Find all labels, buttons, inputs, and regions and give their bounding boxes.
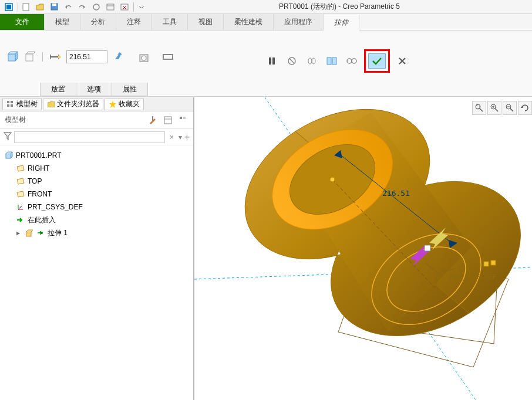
separator <box>42 52 43 62</box>
remove-material-icon[interactable] <box>137 49 152 65</box>
svg-point-27 <box>352 59 356 63</box>
svg-rect-8 <box>121 4 128 10</box>
svg-point-26 <box>347 59 352 63</box>
feature-status-icon <box>36 229 45 237</box>
tree-node-extrude1[interactable]: ▸ 拉伸 1 <box>2 226 191 239</box>
window-title: PRT0001 (活动的) - Creo Parametric 5 <box>149 2 530 12</box>
tree-node-label: 在此插入 <box>28 215 56 225</box>
navtab-folder-browser[interactable]: 文件夹浏览器 <box>43 99 103 110</box>
cancel-button[interactable] <box>395 53 410 69</box>
flip-icon[interactable] <box>111 49 126 65</box>
tab-view[interactable]: 视图 <box>188 14 224 30</box>
plane-icon <box>16 190 25 198</box>
depth-type-icon[interactable] <box>48 49 63 65</box>
svg-rect-9 <box>8 54 15 61</box>
svg-point-16 <box>142 56 146 60</box>
tab-analysis[interactable]: 分析 <box>80 14 116 30</box>
preview-unattached-icon[interactable] <box>344 53 359 69</box>
tree-node-label: 拉伸 1 <box>48 228 68 238</box>
svg-line-40 <box>18 206 22 209</box>
pause-icon[interactable] <box>264 53 280 69</box>
open-icon[interactable] <box>33 1 46 13</box>
filter-clear-icon[interactable]: × <box>167 133 176 141</box>
tab-extrude[interactable]: 拉伸 <box>324 15 359 30</box>
separator <box>133 2 134 12</box>
svg-rect-28 <box>7 101 9 103</box>
thicken-icon[interactable] <box>160 49 176 65</box>
svg-rect-63 <box>425 245 430 251</box>
tree-node-right[interactable]: RIGHT <box>2 162 191 175</box>
navtab-label: 模型树 <box>16 99 38 109</box>
expand-icon[interactable]: ▸ <box>16 229 22 237</box>
csys-icon <box>16 203 25 211</box>
tree-node-label: PRT0001.PRT <box>16 151 62 160</box>
window-icon[interactable] <box>104 1 117 13</box>
app-icon[interactable] <box>2 1 15 13</box>
svg-rect-19 <box>272 57 275 65</box>
svg-rect-18 <box>269 57 271 65</box>
tree-node-csys[interactable]: PRT_CSYS_DEF <box>2 201 191 213</box>
tab-tools[interactable]: 工具 <box>152 14 188 30</box>
svg-rect-17 <box>163 55 173 59</box>
tree-node-front[interactable]: FRONT <box>2 188 191 201</box>
tree-root[interactable]: PRT0001.PRT <box>2 149 191 162</box>
tree-title: 模型树 <box>5 115 26 125</box>
csys-label: PRT_CSYS_DEF <box>450 273 496 281</box>
dimension-label[interactable]: 216.51 <box>382 189 410 198</box>
navtab-model-tree[interactable]: 模型树 <box>2 99 42 110</box>
tree-node-label: PRT_CSYS_DEF <box>28 203 83 211</box>
tree-node-label: TOP <box>28 177 42 185</box>
qat-dropdown-icon[interactable] <box>135 1 148 13</box>
svg-rect-32 <box>152 116 153 121</box>
filter-add-icon[interactable]: + <box>184 132 190 143</box>
filter-icon[interactable] <box>4 132 12 142</box>
tree-node-label: FRONT <box>28 190 52 198</box>
navtab-label: 收藏夹 <box>119 99 140 109</box>
viewport-3d-model[interactable]: 216.51 X Z PRT_CSYS_DEF <box>194 97 532 400</box>
tab-file[interactable]: 文件 <box>0 14 45 30</box>
tab-model[interactable]: 模型 <box>45 14 80 30</box>
tab-flexmodel[interactable]: 柔性建模 <box>224 14 274 30</box>
svg-point-61 <box>330 177 335 182</box>
extrude-surface-icon[interactable] <box>22 49 38 65</box>
subtab-properties[interactable]: 属性 <box>112 83 148 96</box>
tree-filter-input[interactable] <box>14 131 165 143</box>
tree-node-label: RIGHT <box>28 164 49 172</box>
star-icon <box>109 100 117 109</box>
tree-tools-icon[interactable] <box>147 115 158 126</box>
svg-rect-10 <box>26 54 33 61</box>
subtab-placement[interactable]: 放置 <box>40 83 76 96</box>
tab-apps[interactable]: 应用程序 <box>274 14 324 30</box>
svg-rect-41 <box>26 232 31 236</box>
preview-attached-icon[interactable] <box>324 53 339 69</box>
save-icon[interactable] <box>48 1 60 13</box>
axis-x-label: X <box>457 264 461 272</box>
redo-icon[interactable] <box>76 1 89 13</box>
tab-annotate[interactable]: 注释 <box>116 14 152 30</box>
tree-show-icon[interactable] <box>178 115 188 126</box>
tree-node-insert[interactable]: 在此插入 <box>2 213 191 226</box>
svg-rect-30 <box>7 104 9 107</box>
svg-rect-35 <box>180 117 182 119</box>
no-preview-icon[interactable] <box>284 53 299 69</box>
folder-icon <box>47 100 55 109</box>
regenerate-icon[interactable] <box>90 1 103 13</box>
subtab-options[interactable]: 选项 <box>76 83 112 96</box>
verify-icon[interactable] <box>304 53 319 69</box>
tree-node-top[interactable]: TOP <box>2 175 191 188</box>
filter-dropdown-icon[interactable]: ▾ <box>179 133 182 141</box>
insert-icon <box>16 216 25 224</box>
extrude-solid-icon[interactable] <box>5 49 20 65</box>
undo-icon[interactable] <box>62 1 75 13</box>
close-window-icon[interactable] <box>118 1 131 13</box>
tree-settings-icon[interactable] <box>163 115 173 126</box>
svg-point-22 <box>308 58 312 64</box>
confirm-button[interactable] <box>368 53 386 69</box>
tree-icon <box>6 100 15 109</box>
new-icon[interactable] <box>19 1 32 13</box>
svg-rect-4 <box>52 4 56 6</box>
plane-icon <box>16 177 25 185</box>
svg-rect-29 <box>11 101 13 103</box>
navtab-favorites[interactable]: 收藏夹 <box>105 99 144 110</box>
depth-value-input[interactable] <box>66 50 107 63</box>
